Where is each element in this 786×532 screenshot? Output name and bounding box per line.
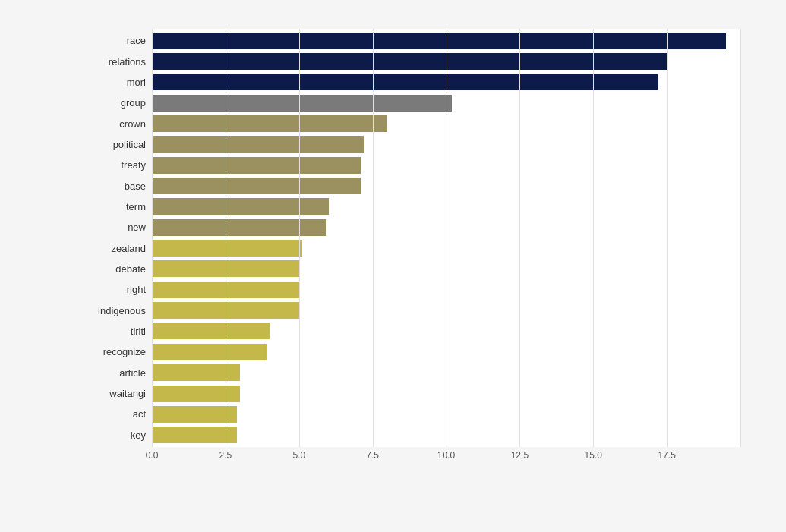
gridline <box>152 29 153 447</box>
gridline <box>740 29 741 447</box>
bar-rect-key <box>152 427 237 443</box>
y-label-key: key <box>84 425 152 445</box>
y-labels: racerelationsmorigroupcrownpoliticaltrea… <box>84 29 152 447</box>
x-ticks-row: 0.02.55.07.510.012.515.017.5 <box>152 450 740 465</box>
y-label-crown: crown <box>84 113 152 134</box>
x-tick-15.0: 15.0 <box>585 450 602 461</box>
x-tick-2.5: 2.5 <box>219 450 232 461</box>
x-tick-7.5: 7.5 <box>366 450 379 461</box>
gridline <box>519 29 520 447</box>
y-label-mori: mori <box>84 72 152 93</box>
x-tick-5.0: 5.0 <box>292 450 305 461</box>
chart-container: racerelationsmorigroupcrownpoliticaltrea… <box>0 0 786 532</box>
y-label-base: base <box>84 175 152 196</box>
bar-rect-treaty <box>152 157 361 174</box>
y-label-treaty: treaty <box>84 155 152 175</box>
gridline <box>226 29 226 447</box>
bar-rect-article <box>152 364 240 381</box>
y-label-term: term <box>84 197 152 217</box>
bar-rect-term <box>152 198 329 215</box>
x-tick-12.5: 12.5 <box>511 450 529 461</box>
bar-rect-crown <box>152 115 387 132</box>
bar-rect-base <box>152 178 361 194</box>
chart-layout: racerelationsmorigroupcrownpoliticaltrea… <box>84 29 740 447</box>
x-tick-10.0: 10.0 <box>437 450 455 461</box>
bar-rect-act <box>152 406 237 423</box>
gridline <box>593 29 594 447</box>
bar-rect-relations <box>152 53 667 70</box>
y-label-new: new <box>84 217 152 238</box>
bar-rect-political <box>152 136 364 153</box>
bar-rect-zealand <box>152 240 302 257</box>
y-label-recognize: recognize <box>84 342 152 362</box>
y-label-act: act <box>84 404 152 424</box>
bar-rect-group <box>152 95 452 112</box>
y-label-debate: debate <box>84 259 152 279</box>
x-tick-17.5: 17.5 <box>658 450 675 461</box>
y-label-tiriti: tiriti <box>84 321 152 342</box>
gridline <box>447 29 447 447</box>
y-label-article: article <box>84 363 152 383</box>
bar-rect-recognize <box>152 344 267 360</box>
gridline <box>299 29 300 447</box>
gridline <box>373 29 374 447</box>
gridline <box>667 29 668 447</box>
y-label-indigenous: indigenous <box>84 300 152 320</box>
y-label-right: right <box>84 279 152 300</box>
y-label-waitangi: waitangi <box>84 383 152 404</box>
y-label-relations: relations <box>84 51 152 71</box>
y-label-race: race <box>84 30 152 51</box>
bar-rect-waitangi <box>152 386 240 402</box>
y-label-group: group <box>84 93 152 113</box>
bar-rect-mori <box>152 74 658 90</box>
bar-rect-tiriti <box>152 323 270 339</box>
y-label-zealand: zealand <box>84 238 152 258</box>
inner-plot <box>152 29 740 447</box>
bar-rect-race <box>152 33 726 49</box>
y-label-political: political <box>84 134 152 155</box>
x-tick-0.0: 0.0 <box>146 450 159 461</box>
